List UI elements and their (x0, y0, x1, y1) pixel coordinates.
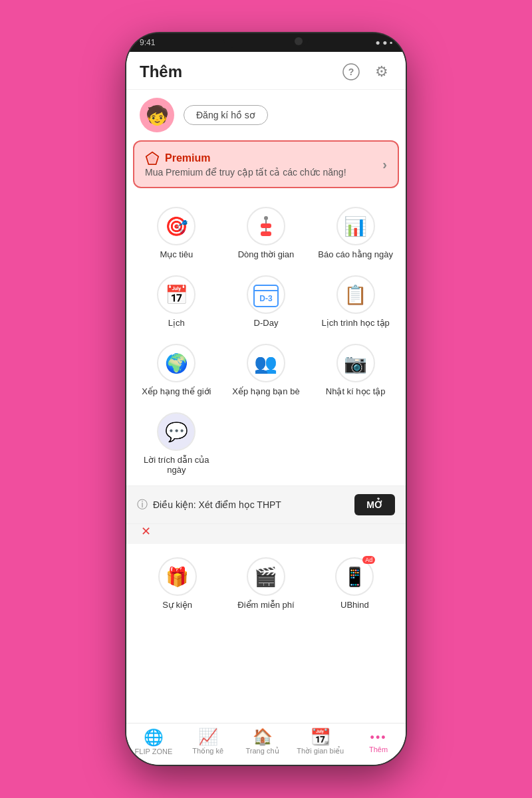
bottom-icons-row: 🎁 Sự kiện 🎬 Điểm miễn phí 📱 Ad UBhind (126, 544, 406, 618)
timetable-label: Thời gian biểu (297, 747, 344, 755)
svg-marker-4 (148, 154, 157, 164)
ad-text: Điều kiện: Xét điểm học THPT (153, 499, 281, 510)
ad-section: ⓘ Điều kiện: Xét điểm học THPT MỞ ✕ (126, 485, 406, 544)
muctieu-label: Mục tiêu (160, 249, 193, 259)
help-icon: ? (342, 63, 360, 80)
schedule-icon: 📋 (336, 275, 375, 314)
muctieu-icon: 🎯 (157, 207, 196, 245)
register-button[interactable]: Đăng kí hồ sơ (184, 105, 268, 125)
more-label: Thêm (369, 745, 388, 753)
calendar-label: Lịch (168, 318, 185, 328)
nav-stats[interactable]: 📈 Thống kê (188, 729, 228, 755)
app-header: Thêm ? ⚙ (126, 52, 406, 90)
avatar-emoji: 🧒 (146, 104, 169, 126)
premium-title-row: Premium (145, 151, 346, 166)
event-label: Sự kiện (162, 600, 192, 610)
svg-text:D-3: D-3 (259, 294, 273, 303)
grid-item-calendar[interactable]: 📅 Lịch (133, 267, 220, 333)
freecoin-label: Điểm miễn phí (237, 600, 294, 610)
page-title: Thêm (140, 63, 182, 81)
timeline-svg (254, 214, 278, 238)
timetable-icon: 📆 (311, 729, 331, 745)
dday-label: D-Day (254, 318, 279, 328)
status-icons: ● ● ▪ (376, 38, 392, 47)
schedule-label: Lịch trình học tập (321, 318, 389, 328)
quote-icon: 💬 (157, 412, 196, 451)
nav-more[interactable]: ••• Thêm (358, 732, 398, 753)
ad-close-row: ✕ (126, 524, 406, 544)
svg-text:⚙: ⚙ (375, 63, 388, 80)
grid-item-report[interactable]: 📊 Báo cáo hằng ngày (312, 199, 399, 265)
world-rank-label: Xếp hạng thế giới (142, 386, 211, 396)
flipzone-label: FLIP ZONE (135, 747, 173, 755)
grid-item-timeline[interactable]: Dòng thời gian (223, 199, 310, 265)
phone-screen: Thêm ? ⚙ 🧒 Đăng kí hồ sơ (126, 52, 406, 765)
stats-label: Thống kê (192, 747, 223, 755)
dday-icon: D-3 (247, 275, 285, 314)
grid-item-dday[interactable]: D-3 D-Day (223, 267, 310, 333)
more-icon: ••• (370, 732, 387, 743)
ad-badge: Ad (362, 556, 375, 564)
home-icon: 🏠 (253, 729, 273, 745)
grid-item-diary[interactable]: 📷 Nhật kí học tập (312, 336, 399, 402)
icon-grid: 🎯 Mục tiêu Dòng thời gian (126, 194, 406, 485)
grid-item-muctieu[interactable]: 🎯 Mục tiêu (133, 199, 220, 265)
grid-item-schedule[interactable]: 📋 Lịch trình học tập (312, 267, 399, 333)
nav-timetable[interactable]: 📆 Thời gian biểu (297, 729, 344, 755)
grid-item-ubhind[interactable]: 📱 Ad UBhind (311, 549, 399, 615)
nav-flipzone[interactable]: 🌐 FLIP ZONE (134, 730, 174, 755)
report-label: Báo cáo hằng ngày (318, 249, 393, 259)
grid-item-event[interactable]: 🎁 Sự kiện (133, 549, 221, 615)
header-icons: ? ⚙ (340, 61, 392, 82)
timeline-icon (247, 207, 285, 245)
content-scroll[interactable]: 🎯 Mục tiêu Dòng thời gian (126, 194, 406, 723)
ad-banner: ⓘ Điều kiện: Xét điểm học THPT MỞ (126, 485, 406, 524)
help-button[interactable]: ? (340, 61, 362, 82)
ad-left: ⓘ Điều kiện: Xét điểm học THPT (137, 498, 281, 512)
friend-rank-icon: 👥 (247, 344, 285, 382)
svg-text:?: ? (348, 66, 354, 77)
diamond-icon (145, 151, 160, 166)
nav-home[interactable]: 🏠 Trang chủ (243, 729, 283, 755)
grid-item-friend-rank[interactable]: 👥 Xếp hạng bạn bè (223, 336, 310, 402)
premium-banner[interactable]: Premium Mua Premium để truy cập tất cả c… (133, 140, 399, 188)
settings-button[interactable]: ⚙ (371, 61, 392, 82)
profile-row: 🧒 Đăng kí hồ sơ (126, 90, 406, 140)
svg-point-5 (264, 216, 268, 220)
event-icon: 🎁 (158, 557, 197, 596)
ubhind-label: UBhind (340, 600, 369, 610)
calendar-icon: 📅 (157, 275, 196, 314)
freecoin-icon: 🎬 (247, 557, 285, 596)
avatar: 🧒 (140, 98, 174, 132)
svg-rect-9 (261, 231, 271, 236)
ad-info-icon: ⓘ (137, 498, 148, 512)
phone-frame: 9:41 ● ● ▪ Thêm ? ⚙ (126, 33, 406, 765)
diary-label: Nhật kí học tập (326, 386, 386, 396)
quote-label: Lời trích dẫn của ngày (138, 455, 215, 475)
premium-info: Premium Mua Premium để truy cập tất cả c… (145, 151, 346, 178)
stats-icon: 📈 (198, 729, 218, 745)
premium-title: Premium (165, 152, 210, 164)
dday-svg: D-3 (251, 280, 281, 309)
home-label: Trang chủ (246, 747, 279, 755)
ubhind-icon: 📱 Ad (335, 557, 374, 596)
grid-item-freecoin[interactable]: 🎬 Điểm miễn phí (221, 549, 310, 615)
gear-icon: ⚙ (373, 63, 390, 80)
bottom-nav: 🌐 FLIP ZONE 📈 Thống kê 🏠 Trang chủ 📆 Thờ… (126, 723, 406, 765)
svg-rect-7 (261, 223, 271, 228)
diary-icon: 📷 (336, 344, 375, 382)
timeline-label: Dòng thời gian (238, 249, 295, 259)
ad-close-button[interactable]: ✕ (137, 523, 155, 539)
report-icon: 📊 (336, 207, 375, 245)
friend-rank-label: Xếp hạng bạn bè (232, 386, 299, 396)
premium-subtitle: Mua Premium để truy cập tất cả các chức … (145, 167, 346, 178)
world-rank-icon: 🌍 (157, 344, 196, 382)
grid-item-world-rank[interactable]: 🌍 Xếp hạng thế giới (133, 336, 220, 402)
premium-chevron: › (382, 157, 387, 172)
flipzone-icon: 🌐 (144, 730, 164, 745)
ad-open-button[interactable]: MỞ (354, 494, 395, 515)
phone-camera (295, 37, 303, 45)
status-time: 9:41 (140, 38, 155, 47)
grid-item-quote[interactable]: 💬 Lời trích dẫn của ngày (133, 404, 220, 480)
